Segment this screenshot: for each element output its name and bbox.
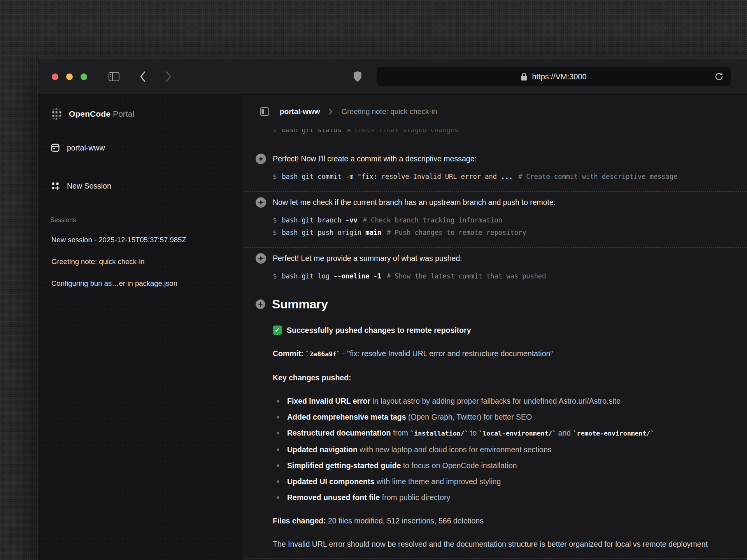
inline-code: `local-environment/` xyxy=(479,430,556,437)
breadcrumb-session-title: Greeting note: quick check-in xyxy=(341,107,437,116)
lock-icon xyxy=(521,72,528,81)
terminal-prompt: $ xyxy=(273,173,277,180)
terminal-prompt: $ xyxy=(273,129,277,134)
message-separator xyxy=(244,247,747,248)
opencode-logo-icon xyxy=(50,108,63,120)
summary-heading: Summary xyxy=(272,297,328,312)
assistant-message: Now let me check if the current branch h… xyxy=(244,197,747,237)
assistant-summary-message: Summary ✓ Successfully pushed changes to… xyxy=(244,297,747,549)
privacy-shield-icon[interactable] xyxy=(351,70,365,84)
browser-sidebar-toggle-icon[interactable] xyxy=(107,70,121,84)
command-comment: # Create commit with descriptive message xyxy=(518,173,677,180)
commit-hash-code: `2a86a9f` xyxy=(306,350,340,358)
list-item: Removed unused font file from public dir… xyxy=(287,492,743,502)
terminal-command: $bash git status# check final staged cha… xyxy=(273,129,458,135)
command-arg: --oneline -1 xyxy=(333,272,381,280)
sidebar-item-label: portal-www xyxy=(67,144,105,152)
commit-message: - "fix: resolve Invalid URL error and re… xyxy=(340,349,553,358)
files-changed-line: Files changed: 20 files modified, 512 in… xyxy=(273,516,743,526)
panel-toggle-icon[interactable] xyxy=(260,107,270,116)
command-text: bash git branch xyxy=(282,216,345,224)
sidebar-item-new-session[interactable]: New Session xyxy=(50,181,232,191)
sidebar-item-portal-www[interactable]: portal-www xyxy=(50,143,232,153)
assistant-avatar-icon xyxy=(256,299,265,309)
command-arg: main xyxy=(365,229,381,236)
command-comment: # Push changes to remote repository xyxy=(387,229,526,236)
breadcrumb: portal-www Greeting note: quick check-in xyxy=(244,94,747,129)
command-text: bash git push origin xyxy=(282,229,365,236)
brand-home-link[interactable]: OpenCode Portal xyxy=(50,108,232,120)
inline-code: `installation/` xyxy=(410,430,468,437)
assistant-avatar-icon xyxy=(256,154,266,164)
command-comment: # Show the latest commit that was pushed xyxy=(387,272,546,280)
brand-title: OpenCode Portal xyxy=(69,109,134,119)
url-text: https://VM:3000 xyxy=(532,72,586,81)
browser-forward-button[interactable] xyxy=(161,70,175,84)
summary-closing-text: The Invalid URL error should now be reso… xyxy=(273,539,743,549)
clipped-command-line: $bash git status# check final staged cha… xyxy=(244,129,747,136)
session-list-item[interactable]: New session - 2025-12-15T05:37:57.985Z xyxy=(50,229,232,251)
main-content: portal-www Greeting note: quick check-in… xyxy=(244,94,747,560)
terminal-command: $bash git branch -vv# Check branch track… xyxy=(273,215,747,225)
session-list: New session - 2025-12-15T05:37:57.985Z G… xyxy=(50,229,232,294)
message-text: Now let me check if the current branch h… xyxy=(273,197,556,207)
assistant-avatar-icon xyxy=(256,253,266,264)
key-changes-list: Fixed Invalid URL error in layout.astro … xyxy=(273,396,743,502)
reload-icon[interactable] xyxy=(714,71,724,82)
sidebar-item-label: New Session xyxy=(67,182,111,191)
terminal-prompt: $ xyxy=(273,272,277,280)
browser-toolbar: https://VM:3000 xyxy=(38,59,747,94)
sessions-section-label: Sessions xyxy=(50,217,232,224)
command-text: bash git commit -m "fix: resolve Invalid… xyxy=(282,173,501,180)
chevron-right-icon xyxy=(328,108,333,115)
browser-window: https://VM:3000 OpenCode Portal xyxy=(37,58,747,560)
message-separator xyxy=(244,558,747,559)
list-item: Fixed Invalid URL error in layout.astro … xyxy=(287,396,743,406)
window-zoom-button[interactable] xyxy=(81,74,87,80)
command-arg: -vv xyxy=(345,216,358,224)
summary-success-line: ✓ Successfully pushed changes to remote … xyxy=(273,325,743,335)
assistant-message: Perfect! Let me provide a summary of wha… xyxy=(244,253,747,281)
message-text: Perfect! Now I'll create a commit with a… xyxy=(273,154,477,164)
summary-key-changes-label: Key changes pushed: xyxy=(273,373,743,383)
commit-label: Commit: xyxy=(273,349,303,358)
summary-success-text: Successfully pushed changes to remote re… xyxy=(287,325,471,335)
new-session-icon xyxy=(50,181,60,191)
list-item: Updated navigation with new laptop and c… xyxy=(287,444,743,455)
inline-code: `remote-environment/` xyxy=(573,430,654,437)
chat-transcript: $bash git status# check final staged cha… xyxy=(244,129,747,559)
message-separator xyxy=(244,191,747,192)
brand-title-secondary: Portal xyxy=(113,109,134,118)
package-icon xyxy=(50,143,60,153)
list-item: Restructured documentation from `install… xyxy=(287,428,743,439)
command-comment: # check final staged changes xyxy=(347,129,459,134)
terminal-prompt: $ xyxy=(273,216,277,224)
list-item: Added comprehensive meta tags (Open Grap… xyxy=(287,412,743,422)
assistant-avatar-icon xyxy=(256,197,266,208)
brand-title-primary: OpenCode xyxy=(69,109,110,118)
app-sidebar: OpenCode Portal portal-www xyxy=(38,94,244,560)
list-item: Updated UI components with lime theme an… xyxy=(287,476,743,486)
message-text: Perfect! Let me provide a summary of wha… xyxy=(273,253,462,263)
window-minimize-button[interactable] xyxy=(66,74,73,80)
breadcrumb-project-link[interactable]: portal-www xyxy=(280,107,320,116)
list-item: Simplified getting-started guide to focu… xyxy=(287,460,743,471)
command-arg: ... xyxy=(501,173,513,180)
command-text: bash git log xyxy=(282,272,333,280)
browser-back-button[interactable] xyxy=(136,70,150,84)
command-comment: # Check branch tracking information xyxy=(363,216,502,224)
assistant-message: Perfect! Now I'll create a commit with a… xyxy=(244,154,747,181)
terminal-command: $bash git push origin main# Push changes… xyxy=(273,228,747,237)
session-list-item[interactable]: Greeting note: quick check-in xyxy=(50,251,232,273)
terminal-command: $bash git commit -m "fix: resolve Invali… xyxy=(273,172,747,181)
traffic-lights xyxy=(52,74,87,80)
check-icon: ✓ xyxy=(273,326,282,335)
window-close-button[interactable] xyxy=(52,74,58,80)
url-bar[interactable]: https://VM:3000 xyxy=(377,67,731,86)
message-separator xyxy=(244,291,747,291)
session-list-item[interactable]: Configuring bun as…er in package.json xyxy=(50,273,232,294)
command-text: bash git status xyxy=(282,129,342,134)
summary-commit-line: Commit: `2a86a9f` - "fix: resolve Invali… xyxy=(273,348,743,359)
terminal-prompt: $ xyxy=(273,229,277,236)
terminal-command: $bash git log --oneline -1# Show the lat… xyxy=(273,271,747,281)
